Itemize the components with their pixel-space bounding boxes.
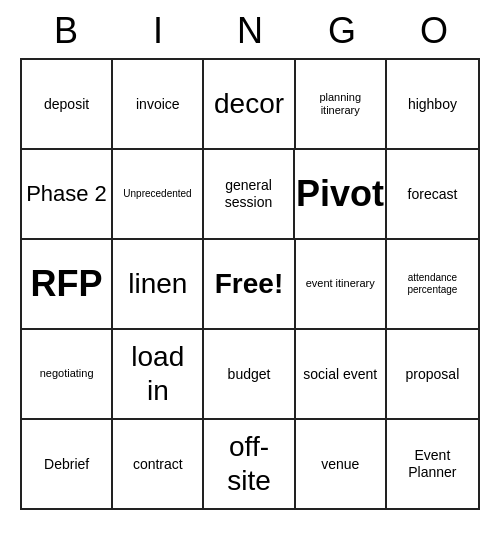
bingo-cell-3-3[interactable]: social event [296, 330, 387, 418]
cell-text: invoice [136, 96, 180, 113]
bingo-cell-4-1[interactable]: contract [113, 420, 204, 508]
bingo-cell-4-2[interactable]: off-site [204, 420, 295, 508]
cell-text: highboy [408, 96, 457, 113]
cell-text: planning itinerary [300, 91, 381, 117]
bingo-cell-3-4[interactable]: proposal [387, 330, 478, 418]
bingo-cell-0-4[interactable]: highboy [387, 60, 478, 148]
bingo-cell-0-1[interactable]: invoice [113, 60, 204, 148]
cell-text: forecast [408, 186, 458, 203]
bingo-cell-3-2[interactable]: budget [204, 330, 295, 418]
cell-text: event itinerary [306, 277, 375, 290]
bingo-row-1: Phase 2Unprecedentedgeneral sessionPivot… [22, 150, 478, 240]
bingo-cell-4-3[interactable]: venue [296, 420, 387, 508]
bingo-cell-2-1[interactable]: linen [113, 240, 204, 328]
bingo-grid: depositinvoicedecorplanning itineraryhig… [20, 58, 480, 510]
bingo-row-3: negotiatingload inbudgetsocial eventprop… [22, 330, 478, 420]
cell-text: Event Planner [391, 447, 474, 481]
header-letter-i: I [116, 10, 200, 52]
bingo-cell-2-2[interactable]: Free! [204, 240, 295, 328]
bingo-cell-4-4[interactable]: Event Planner [387, 420, 478, 508]
bingo-cell-0-3[interactable]: planning itinerary [296, 60, 387, 148]
bingo-header: BINGO [20, 0, 480, 58]
cell-text: linen [128, 267, 187, 301]
bingo-row-2: RFPlinenFree!event itineraryattendance p… [22, 240, 478, 330]
bingo-cell-2-3[interactable]: event itinerary [296, 240, 387, 328]
cell-text: proposal [406, 366, 460, 383]
bingo-cell-0-0[interactable]: deposit [22, 60, 113, 148]
bingo-cell-1-0[interactable]: Phase 2 [22, 150, 113, 238]
bingo-cell-2-4[interactable]: attendance percentage [387, 240, 478, 328]
header-letter-o: O [392, 10, 476, 52]
header-letter-b: B [24, 10, 108, 52]
bingo-cell-1-2[interactable]: general session [204, 150, 295, 238]
cell-text: decor [214, 87, 284, 121]
cell-text: load in [117, 340, 198, 407]
cell-text: general session [208, 177, 289, 211]
cell-text: Unprecedented [123, 188, 191, 200]
bingo-cell-1-3[interactable]: Pivot [295, 150, 387, 238]
bingo-cell-0-2[interactable]: decor [204, 60, 295, 148]
cell-text: venue [321, 456, 359, 473]
bingo-cell-3-0[interactable]: negotiating [22, 330, 113, 418]
cell-text: Pivot [296, 172, 384, 215]
bingo-cell-3-1[interactable]: load in [113, 330, 204, 418]
cell-text: Debrief [44, 456, 89, 473]
cell-text: off-site [208, 430, 289, 497]
cell-text: contract [133, 456, 183, 473]
header-letter-n: N [208, 10, 292, 52]
header-letter-g: G [300, 10, 384, 52]
bingo-row-4: Debriefcontractoff-sitevenueEvent Planne… [22, 420, 478, 508]
cell-text: attendance percentage [391, 272, 474, 296]
bingo-cell-1-1[interactable]: Unprecedented [113, 150, 204, 238]
cell-text: budget [228, 366, 271, 383]
cell-text: Phase 2 [26, 181, 107, 207]
bingo-cell-1-4[interactable]: forecast [387, 150, 478, 238]
cell-text: social event [303, 366, 377, 383]
cell-text: RFP [31, 262, 103, 305]
cell-text: negotiating [40, 367, 94, 380]
cell-text: deposit [44, 96, 89, 113]
cell-text: Free! [215, 267, 283, 301]
bingo-row-0: depositinvoicedecorplanning itineraryhig… [22, 60, 478, 150]
bingo-cell-4-0[interactable]: Debrief [22, 420, 113, 508]
bingo-cell-2-0[interactable]: RFP [22, 240, 113, 328]
